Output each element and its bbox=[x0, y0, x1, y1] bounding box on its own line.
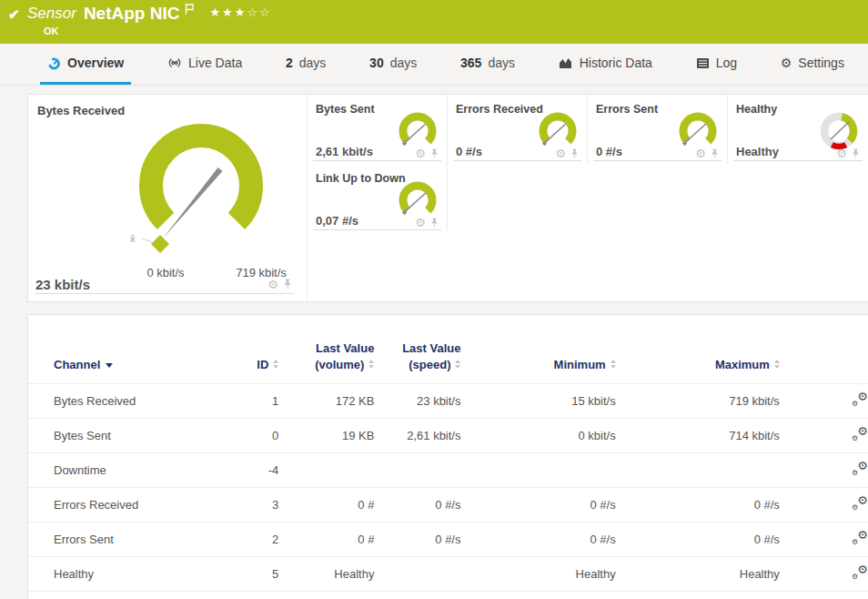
gauge-errors-sent: Errors Sent 0 #/s ⚙ bbox=[588, 95, 728, 164]
column-header-last-value-speed[interactable]: Last Value (speed) bbox=[374, 315, 460, 384]
minimum-value: Healthy bbox=[460, 557, 615, 592]
sort-icon bbox=[455, 360, 460, 369]
gauge-healthy: Healthy Healthy ⚙ bbox=[728, 95, 868, 164]
gauge-bytes-received: Bytes Received x̄ 0 kbit/s 719 kbit/s 23… bbox=[28, 95, 308, 301]
column-header-maximum[interactable]: Maximum bbox=[616, 315, 780, 384]
priority-stars[interactable]: ★★★☆☆ bbox=[209, 5, 271, 19]
last-value-volume: 0 # bbox=[278, 488, 374, 523]
tab-settings[interactable]: ⚙ Settings bbox=[773, 44, 852, 85]
maximum-value bbox=[616, 453, 780, 488]
log-icon bbox=[696, 57, 710, 69]
maximum-value: 714 kbit/s bbox=[616, 419, 780, 453]
gauge-bytes-sent: Bytes Sent 2,61 kbit/s ⚙ bbox=[308, 95, 448, 164]
maximum-value: Healthy bbox=[616, 557, 780, 592]
channels-panel: Channel ID Last Value (volume) Last Valu… bbox=[27, 314, 868, 599]
sort-desc-icon bbox=[106, 363, 113, 368]
channel-id: -4 bbox=[224, 453, 278, 488]
channel-settings-icon[interactable]: ⚙⚙ bbox=[852, 427, 868, 442]
channel-name[interactable]: Bytes Sent bbox=[28, 419, 224, 453]
tab-2-days-label: days bbox=[299, 56, 327, 70]
last-value-volume: 4 # bbox=[278, 592, 374, 599]
last-value-speed: 0,07 #/s bbox=[374, 592, 460, 599]
divider bbox=[313, 229, 441, 230]
gauge-link-up-to-down: Link Up to Down 0,07 #/s ⚙ bbox=[308, 164, 448, 233]
gauge-current-value: 0 #/s bbox=[456, 145, 482, 158]
channel-id: 1 bbox=[224, 384, 278, 419]
tab-30-days-label: days bbox=[390, 56, 418, 70]
tab-historic-data-label: Historic Data bbox=[580, 56, 652, 70]
channel-settings-icon[interactable]: ⚙⚙ bbox=[852, 496, 868, 511]
channel-id: 5 bbox=[224, 557, 278, 592]
gear-icon[interactable]: ⚙ bbox=[415, 147, 426, 159]
gauge-current-value: Healthy bbox=[736, 145, 779, 158]
tab-365-days[interactable]: 365 days bbox=[453, 44, 522, 85]
bytes-received-gauge-dial bbox=[96, 115, 306, 269]
divider bbox=[453, 160, 581, 161]
channel-settings-icon[interactable]: ⚙⚙ bbox=[852, 565, 868, 580]
gear-icon[interactable]: ⚙ bbox=[555, 147, 566, 159]
tab-overview[interactable]: Overview bbox=[40, 44, 131, 85]
gauge-icon bbox=[47, 56, 61, 70]
sort-icon bbox=[774, 360, 780, 369]
tab-live-data[interactable]: Live Data bbox=[160, 44, 249, 85]
pin-icon[interactable] bbox=[283, 279, 292, 290]
pin-icon[interactable] bbox=[711, 148, 719, 159]
last-value-speed: 0 #/s bbox=[374, 523, 460, 557]
small-gauges-grid: Bytes Sent 2,61 kbit/s ⚙ Errors Received… bbox=[308, 95, 868, 301]
channel-settings-icon[interactable]: ⚙⚙ bbox=[852, 392, 868, 407]
gauge-title: Link Up to Down bbox=[316, 172, 406, 185]
channel-name[interactable]: Errors Received bbox=[28, 488, 224, 523]
pin-icon[interactable] bbox=[430, 148, 439, 159]
channel-settings-icon[interactable]: ⚙⚙ bbox=[852, 531, 868, 545]
tab-log[interactable]: Log bbox=[689, 44, 744, 85]
minimum-value: 0 #/s bbox=[460, 523, 615, 557]
channel-name[interactable]: Downtime bbox=[28, 453, 224, 488]
minimum-value: 0,04 #/s bbox=[460, 592, 615, 599]
tab-historic-data[interactable]: Historic Data bbox=[551, 44, 660, 85]
status-ok-check-icon: ✔ bbox=[8, 6, 20, 23]
gear-icon[interactable]: ⚙ bbox=[267, 279, 278, 290]
column-header-channel[interactable]: Channel bbox=[28, 315, 224, 384]
channel-name[interactable]: Link Up to Down bbox=[28, 592, 224, 599]
minimum-value: 0 kbit/s bbox=[460, 419, 615, 453]
last-value-volume: 19 KB bbox=[278, 419, 374, 453]
column-header-minimum[interactable]: Minimum bbox=[460, 315, 615, 384]
last-value-speed: 0 #/s bbox=[374, 488, 460, 523]
divider bbox=[593, 160, 722, 161]
last-value-volume: 0 # bbox=[278, 523, 374, 557]
tab-2-days-number: 2 bbox=[286, 56, 293, 70]
pin-icon[interactable] bbox=[430, 218, 439, 228]
gauge-value-diamond bbox=[151, 235, 169, 253]
gauge-title: Healthy bbox=[736, 103, 777, 116]
channel-settings-icon[interactable]: ⚙⚙ bbox=[852, 462, 868, 476]
channel-name[interactable]: Errors Sent bbox=[28, 523, 224, 557]
live-data-icon bbox=[167, 56, 182, 70]
table-row: Link Up to Down 4 4 # 0,07 #/s 0,04 #/s … bbox=[28, 592, 868, 599]
gear-icon[interactable]: ⚙ bbox=[695, 147, 706, 159]
table-row: Downtime -4 ⚙⚙ bbox=[28, 453, 868, 488]
pin-icon[interactable] bbox=[570, 148, 579, 159]
last-value-speed: 23 kbit/s bbox=[374, 384, 460, 419]
sensor-name: NetApp NIC bbox=[84, 4, 180, 24]
channel-name[interactable]: Healthy bbox=[28, 557, 224, 592]
last-value-volume bbox=[278, 453, 374, 488]
column-header-last-value-volume[interactable]: Last Value (volume) bbox=[278, 315, 374, 384]
tab-settings-label: Settings bbox=[798, 56, 844, 70]
last-value-volume: Healthy bbox=[278, 557, 374, 592]
minimum-value bbox=[460, 453, 615, 488]
average-marker: x̄ bbox=[130, 233, 136, 244]
tab-2-days[interactable]: 2 days bbox=[278, 44, 333, 85]
tab-bar: Overview Live Data 2 days 30 days 365 da… bbox=[0, 44, 868, 86]
tab-30-days[interactable]: 30 days bbox=[362, 44, 424, 85]
pin-icon[interactable] bbox=[852, 148, 860, 159]
divider bbox=[313, 160, 441, 161]
settings-gear-icon: ⚙ bbox=[781, 56, 792, 69]
column-header-id[interactable]: ID bbox=[224, 315, 278, 384]
sensor-status-text: OK bbox=[44, 25, 59, 36]
sort-icon bbox=[368, 360, 374, 369]
gear-icon[interactable]: ⚙ bbox=[415, 217, 426, 228]
channel-name[interactable]: Bytes Received bbox=[28, 384, 224, 419]
channel-id: 2 bbox=[224, 523, 278, 557]
gear-icon[interactable]: ⚙ bbox=[836, 147, 847, 159]
table-header-row: Channel ID Last Value (volume) Last Valu… bbox=[28, 315, 868, 384]
